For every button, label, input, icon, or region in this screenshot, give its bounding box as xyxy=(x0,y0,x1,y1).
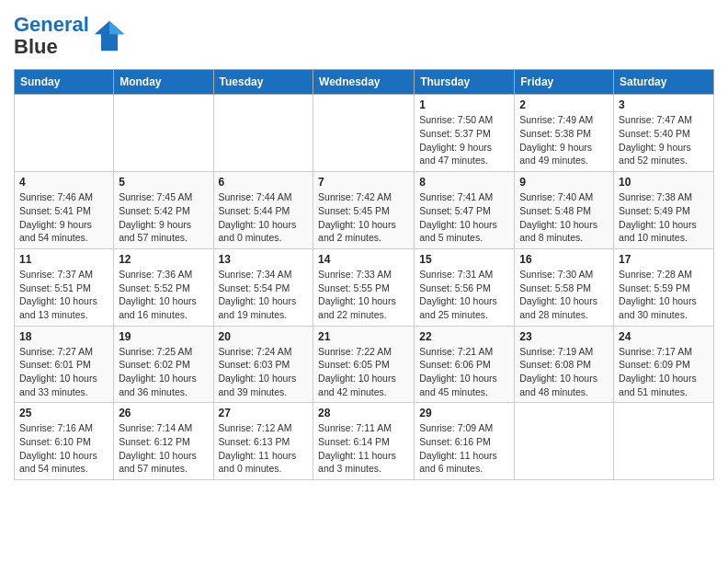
day-info: Sunrise: 7:37 AMSunset: 5:51 PMDaylight:… xyxy=(19,268,108,322)
day-info: Sunrise: 7:44 AMSunset: 5:44 PMDaylight:… xyxy=(219,190,309,245)
day-info: Sunrise: 7:14 AMSunset: 6:12 PMDaylight:… xyxy=(119,421,208,476)
day-number: 14 xyxy=(318,253,409,266)
calendar-cell: 22Sunrise: 7:21 AMSunset: 6:06 PMDayligh… xyxy=(415,326,515,403)
day-info: Sunrise: 7:42 AMSunset: 5:45 PMDaylight:… xyxy=(318,190,409,245)
calendar-cell: 7Sunrise: 7:42 AMSunset: 5:45 PMDaylight… xyxy=(313,172,415,249)
day-number: 8 xyxy=(419,176,509,189)
calendar-cell: 6Sunrise: 7:44 AMSunset: 5:44 PMDaylight… xyxy=(213,172,313,249)
day-info: Sunrise: 7:25 AMSunset: 6:02 PMDaylight:… xyxy=(119,345,208,399)
calendar-cell: 15Sunrise: 7:31 AMSunset: 5:56 PMDayligh… xyxy=(415,248,515,326)
day-number: 10 xyxy=(619,176,709,189)
day-info: Sunrise: 7:34 AMSunset: 5:54 PMDaylight:… xyxy=(219,268,309,322)
calendar-cell: 2Sunrise: 7:49 AMSunset: 5:38 PMDaylight… xyxy=(515,95,614,172)
logo-icon xyxy=(93,19,126,52)
day-info: Sunrise: 7:09 AMSunset: 6:16 PMDaylight:… xyxy=(419,421,509,476)
calendar-week-row: 4Sunrise: 7:46 AMSunset: 5:41 PMDaylight… xyxy=(15,172,714,249)
day-number: 3 xyxy=(619,98,709,111)
calendar-cell: 1Sunrise: 7:50 AMSunset: 5:37 PMDaylight… xyxy=(415,95,515,172)
day-info: Sunrise: 7:22 AMSunset: 6:05 PMDaylight:… xyxy=(318,345,409,399)
day-number: 17 xyxy=(619,253,709,266)
day-number: 29 xyxy=(419,407,509,419)
calendar-week-row: 25Sunrise: 7:16 AMSunset: 6:10 PMDayligh… xyxy=(15,403,714,480)
day-info: Sunrise: 7:40 AMSunset: 5:48 PMDaylight:… xyxy=(519,190,609,245)
day-info: Sunrise: 7:31 AMSunset: 5:56 PMDaylight:… xyxy=(419,268,509,322)
calendar-header-row: SundayMondayTuesdayWednesdayThursdayFrid… xyxy=(15,70,714,95)
day-number: 23 xyxy=(519,330,609,343)
calendar-cell xyxy=(213,95,313,172)
column-header-monday: Monday xyxy=(114,70,213,95)
day-number: 16 xyxy=(519,253,609,266)
calendar-cell xyxy=(515,403,614,480)
day-info: Sunrise: 7:16 AMSunset: 6:10 PMDaylight:… xyxy=(19,421,108,476)
calendar-cell: 29Sunrise: 7:09 AMSunset: 6:16 PMDayligh… xyxy=(415,403,515,480)
column-header-friday: Friday xyxy=(515,70,614,95)
day-number: 28 xyxy=(318,407,409,419)
calendar-cell: 17Sunrise: 7:28 AMSunset: 5:59 PMDayligh… xyxy=(614,248,714,326)
column-header-saturday: Saturday xyxy=(614,70,714,95)
day-number: 21 xyxy=(318,330,409,343)
day-number: 9 xyxy=(519,176,609,189)
column-header-thursday: Thursday xyxy=(415,70,515,95)
day-number: 11 xyxy=(19,253,108,266)
logo-text: GeneralBlue xyxy=(14,14,89,58)
day-info: Sunrise: 7:41 AMSunset: 5:47 PMDaylight:… xyxy=(419,190,509,245)
column-header-wednesday: Wednesday xyxy=(313,70,415,95)
calendar-week-row: 11Sunrise: 7:37 AMSunset: 5:51 PMDayligh… xyxy=(15,248,714,326)
calendar-cell: 24Sunrise: 7:17 AMSunset: 6:09 PMDayligh… xyxy=(614,326,714,403)
calendar-cell: 18Sunrise: 7:27 AMSunset: 6:01 PMDayligh… xyxy=(15,326,114,403)
calendar-table: SundayMondayTuesdayWednesdayThursdayFrid… xyxy=(14,69,714,480)
day-number: 22 xyxy=(419,330,509,343)
column-header-sunday: Sunday xyxy=(15,70,114,95)
day-info: Sunrise: 7:24 AMSunset: 6:03 PMDaylight:… xyxy=(219,345,309,399)
logo: GeneralBlue xyxy=(14,14,126,58)
day-number: 26 xyxy=(119,407,208,419)
calendar-cell: 12Sunrise: 7:36 AMSunset: 5:52 PMDayligh… xyxy=(114,248,213,326)
day-info: Sunrise: 7:45 AMSunset: 5:42 PMDaylight:… xyxy=(119,190,208,245)
day-number: 12 xyxy=(119,253,208,266)
column-header-tuesday: Tuesday xyxy=(213,70,313,95)
calendar-cell: 5Sunrise: 7:45 AMSunset: 5:42 PMDaylight… xyxy=(114,172,213,249)
day-info: Sunrise: 7:49 AMSunset: 5:38 PMDaylight:… xyxy=(519,113,609,167)
day-info: Sunrise: 7:36 AMSunset: 5:52 PMDaylight:… xyxy=(119,268,208,322)
day-number: 24 xyxy=(619,330,709,343)
calendar-cell: 13Sunrise: 7:34 AMSunset: 5:54 PMDayligh… xyxy=(213,248,313,326)
calendar-cell: 21Sunrise: 7:22 AMSunset: 6:05 PMDayligh… xyxy=(313,326,415,403)
calendar-cell: 28Sunrise: 7:11 AMSunset: 6:14 PMDayligh… xyxy=(313,403,415,480)
day-number: 15 xyxy=(419,253,509,266)
day-number: 4 xyxy=(19,176,108,189)
calendar-week-row: 18Sunrise: 7:27 AMSunset: 6:01 PMDayligh… xyxy=(15,326,714,403)
day-number: 6 xyxy=(219,176,309,189)
day-info: Sunrise: 7:17 AMSunset: 6:09 PMDaylight:… xyxy=(619,345,709,399)
calendar-cell: 11Sunrise: 7:37 AMSunset: 5:51 PMDayligh… xyxy=(15,248,114,326)
day-info: Sunrise: 7:12 AMSunset: 6:13 PMDaylight:… xyxy=(219,421,309,476)
calendar-cell xyxy=(114,95,213,172)
calendar-cell: 26Sunrise: 7:14 AMSunset: 6:12 PMDayligh… xyxy=(114,403,213,480)
day-info: Sunrise: 7:50 AMSunset: 5:37 PMDaylight:… xyxy=(419,113,509,167)
calendar-cell xyxy=(614,403,714,480)
day-info: Sunrise: 7:38 AMSunset: 5:49 PMDaylight:… xyxy=(619,190,709,245)
day-info: Sunrise: 7:46 AMSunset: 5:41 PMDaylight:… xyxy=(19,190,108,245)
day-info: Sunrise: 7:30 AMSunset: 5:58 PMDaylight:… xyxy=(519,268,609,322)
day-number: 27 xyxy=(219,407,309,419)
day-info: Sunrise: 7:47 AMSunset: 5:40 PMDaylight:… xyxy=(619,113,709,167)
calendar-cell: 23Sunrise: 7:19 AMSunset: 6:08 PMDayligh… xyxy=(515,326,614,403)
svg-marker-1 xyxy=(109,21,124,34)
calendar-cell: 3Sunrise: 7:47 AMSunset: 5:40 PMDaylight… xyxy=(614,95,714,172)
day-number: 25 xyxy=(19,407,108,419)
calendar-cell: 20Sunrise: 7:24 AMSunset: 6:03 PMDayligh… xyxy=(213,326,313,403)
day-number: 5 xyxy=(119,176,208,189)
calendar-cell: 8Sunrise: 7:41 AMSunset: 5:47 PMDaylight… xyxy=(415,172,515,249)
day-info: Sunrise: 7:27 AMSunset: 6:01 PMDaylight:… xyxy=(19,345,108,399)
day-number: 7 xyxy=(318,176,409,189)
day-info: Sunrise: 7:11 AMSunset: 6:14 PMDaylight:… xyxy=(318,421,409,476)
calendar-cell: 10Sunrise: 7:38 AMSunset: 5:49 PMDayligh… xyxy=(614,172,714,249)
day-number: 1 xyxy=(419,98,509,111)
calendar-week-row: 1Sunrise: 7:50 AMSunset: 5:37 PMDaylight… xyxy=(15,95,714,172)
day-number: 2 xyxy=(519,98,609,111)
calendar-cell: 25Sunrise: 7:16 AMSunset: 6:10 PMDayligh… xyxy=(15,403,114,480)
day-number: 13 xyxy=(219,253,309,266)
day-info: Sunrise: 7:28 AMSunset: 5:59 PMDaylight:… xyxy=(619,268,709,322)
day-number: 18 xyxy=(19,330,108,343)
calendar-cell: 9Sunrise: 7:40 AMSunset: 5:48 PMDaylight… xyxy=(515,172,614,249)
calendar-cell: 16Sunrise: 7:30 AMSunset: 5:58 PMDayligh… xyxy=(515,248,614,326)
